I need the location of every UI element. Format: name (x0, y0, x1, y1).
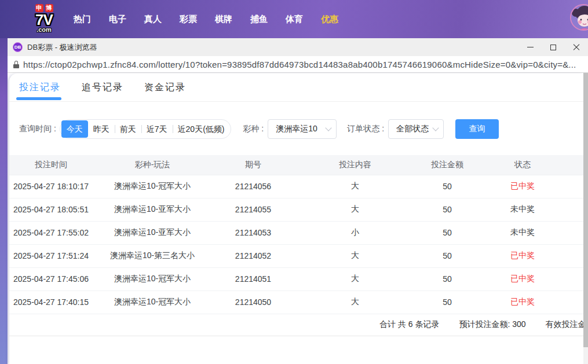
summary-total: 合计 共 6 条记录 (379, 319, 439, 330)
summary-expected-amount: 预计投注金额: 300 (459, 319, 525, 330)
nav-item[interactable]: 体育 (286, 14, 303, 25)
user-avatar[interactable] (570, 4, 588, 31)
cell-content: 大 (294, 198, 416, 221)
cell-content: 大 (294, 267, 416, 291)
tab[interactable]: 资金记录 (144, 73, 186, 101)
lottery-filter-label: 彩种 : (243, 124, 264, 134)
summary-valid-amount: 有效投注金额: 300 (546, 319, 583, 330)
cell-amount: 50 (416, 291, 479, 314)
tab[interactable]: 追号记录 (82, 73, 123, 101)
column-header: 投注时间 (9, 155, 93, 175)
minimize-icon (527, 47, 534, 47)
table-row: 2025-04-27 17:55:02澳洲幸运10-亚军大小21214053小5… (9, 221, 583, 244)
cell-game: 澳洲幸运10-亚军大小 (93, 221, 212, 244)
site-topbar: 申 博 7V .com 热门 电子 真人 彩票 棋牌 捕鱼 体育 优惠 (0, 0, 588, 38)
summary-row: 合计 共 6 条记录 预计投注金额: 300 有效投注金额: 300 (9, 314, 583, 336)
column-header: 状态 (479, 155, 583, 175)
chevron-down-icon (432, 124, 439, 131)
cell-status: 已中奖 (479, 267, 583, 291)
cell-amount: 50 (416, 267, 479, 291)
page-viewport: 投注记录 追号记录 资金记录 查询时间 : 今天 昨天 前天 (8, 73, 588, 364)
time-range-button[interactable]: 前天 (115, 120, 141, 138)
chevron-down-icon (326, 124, 332, 131)
tab[interactable]: 投注记录 (19, 73, 61, 101)
cell-game: 澳洲幸运10-冠军大小 (93, 267, 212, 291)
cell-content: 大 (294, 244, 416, 267)
cell-time: 2025-04-27 17:55:02 (9, 221, 93, 244)
cell-amount: 50 (416, 198, 479, 221)
table-row: 2025-04-27 17:51:24澳洲幸运10-第三名大小21214052大… (9, 244, 583, 267)
cell-content: 大 (294, 175, 416, 198)
maximize-icon (550, 45, 556, 50)
cell-game: 澳洲幸运10-冠军大小 (93, 175, 212, 198)
nav-item[interactable]: 电子 (109, 14, 126, 25)
bet-records-table: 投注时间彩种-玩法期号投注内容投注金额状态 2025-04-27 18:10:1… (9, 155, 583, 314)
site-logo[interactable]: 申 博 7V .com (31, 4, 57, 32)
time-range-button[interactable]: 昨天 (88, 120, 115, 138)
close-button[interactable] (565, 38, 588, 56)
table-row: 2025-04-27 18:05:51澳洲幸运10-亚军大小21214055大5… (9, 198, 583, 221)
avatar-illustration (571, 5, 588, 31)
cell-game: 澳洲幸运10-第三名大小 (93, 244, 212, 267)
cell-issue: 21214051 (212, 267, 294, 291)
cell-game: 澳洲幸运10-冠军大小 (93, 291, 212, 314)
browser-app-icon: DB (13, 42, 23, 52)
window-title: DB彩票 - 极速浏览器 (27, 42, 97, 53)
cell-amount: 50 (416, 244, 479, 267)
time-range-button[interactable]: 近20天(低频) (173, 120, 230, 138)
cell-time: 2025-04-27 17:45:06 (9, 267, 93, 291)
cell-issue: 21214052 (212, 244, 294, 267)
order-status-select[interactable]: 全部状态 (388, 119, 444, 139)
cell-issue: 21214053 (212, 221, 294, 244)
cell-status: 已中奖 (479, 175, 583, 198)
table-row: 2025-04-27 18:10:17澳洲幸运10-冠军大小21214056大5… (9, 175, 583, 198)
cell-amount: 50 (416, 175, 479, 198)
column-header: 投注内容 (294, 155, 416, 175)
lottery-select-value: 澳洲幸运10 (276, 124, 317, 134)
lottery-select[interactable]: 澳洲幸运10 (268, 119, 337, 139)
cell-game: 澳洲幸运10-亚军大小 (93, 198, 212, 221)
cell-status: 未中奖 (479, 198, 583, 221)
nav-item[interactable]: 棋牌 (215, 14, 232, 25)
scrollbar-track[interactable] (583, 73, 588, 364)
browser-urlbar[interactable]: https://ctop02pchwp1.zfnc84.com/lottery/… (8, 56, 588, 73)
nav-item[interactable]: 捕鱼 (250, 14, 268, 25)
cell-issue: 21214055 (212, 198, 294, 221)
close-icon (573, 44, 580, 51)
cell-amount: 50 (416, 221, 479, 244)
status-filter-label: 订单状态 : (347, 124, 384, 134)
cell-status: 未中奖 (479, 221, 583, 244)
record-tabs: 投注记录 追号记录 资金记录 (9, 73, 583, 102)
records-card: 投注记录 追号记录 资金记录 查询时间 : 今天 昨天 前天 (9, 73, 583, 364)
browser-titlebar[interactable]: DB DB彩票 - 极速浏览器 (8, 38, 588, 56)
time-range-group: 今天 昨天 前天 近7天 近20天(低频) (60, 119, 232, 139)
cell-time: 2025-04-27 18:10:17 (9, 175, 93, 198)
nav-item[interactable]: 热门 (74, 14, 91, 25)
maximize-button[interactable] (542, 38, 565, 56)
column-header: 彩种-玩法 (93, 155, 212, 175)
url-text: https://ctop02pchwp1.zfnc84.com/lottery/… (23, 60, 576, 69)
scrollbar-thumb[interactable] (583, 73, 588, 347)
time-range-button[interactable]: 今天 (61, 120, 88, 138)
cell-time: 2025-04-27 17:51:24 (9, 244, 93, 267)
time-filter-label: 查询时间 : (19, 124, 56, 134)
order-status-value: 全部状态 (396, 124, 429, 134)
search-button[interactable]: 查询 (455, 119, 499, 139)
cell-status: 已中奖 (479, 291, 583, 314)
nav-item[interactable]: 彩票 (180, 14, 197, 25)
nav-item[interactable]: 优惠 (321, 14, 338, 25)
cell-issue: 21214056 (212, 175, 294, 198)
nav-item[interactable]: 真人 (144, 14, 162, 25)
lock-icon (13, 61, 19, 68)
cell-content: 小 (294, 221, 416, 244)
bet-table-body: 2025-04-27 18:10:17澳洲幸运10-冠军大小21214056大5… (9, 175, 583, 314)
column-header: 投注金额 (416, 155, 479, 175)
table-header-row: 投注时间彩种-玩法期号投注内容投注金额状态 (9, 155, 583, 175)
time-range-button[interactable]: 近7天 (141, 120, 173, 138)
column-header: 期号 (212, 155, 294, 175)
cell-issue: 21214050 (212, 291, 294, 314)
cell-content: 大 (294, 291, 416, 314)
cell-status: 已中奖 (479, 244, 583, 267)
minimize-button[interactable] (518, 38, 542, 56)
filters-bar: 查询时间 : 今天 昨天 前天 近7天 近20天(低频) 彩种 : (9, 119, 583, 139)
